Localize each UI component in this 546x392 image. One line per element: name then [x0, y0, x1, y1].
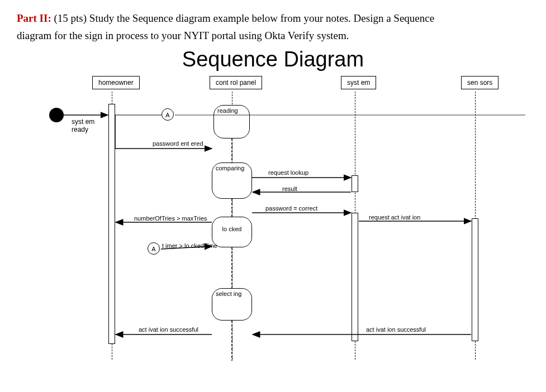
msg-password-entered: password ent ered	[153, 140, 203, 147]
msg-activation-successful-1: act ivat ion successful	[139, 326, 198, 333]
activation-homeowner	[108, 104, 115, 344]
connector-a-top: A	[162, 108, 174, 121]
state-selecting: select ing	[212, 288, 252, 321]
participant-controlpanel-label: cont rol panel	[216, 79, 256, 87]
msg-request-activation: request act ivat ion	[369, 214, 420, 221]
part-points: (15 pts)	[54, 12, 87, 24]
activation-sensors	[472, 218, 478, 341]
participant-controlpanel: cont rol panel	[210, 76, 262, 89]
msg-result: result	[282, 185, 297, 192]
msg-timer-locked: t imer > lo ckedTime	[162, 242, 217, 249]
participant-homeowner: homeowner	[92, 76, 140, 89]
part-label: Part II:	[17, 12, 51, 24]
system-ready-note: syst em ready	[72, 118, 94, 133]
start-node	[49, 108, 64, 122]
msg-request-lookup: request lookup	[268, 169, 308, 176]
activation-system-1	[352, 175, 358, 192]
sequence-diagram: homeowner cont rol panel syst em sen sor…	[17, 76, 529, 366]
state-reading: reading	[213, 105, 250, 138]
participant-system: syst em	[341, 76, 376, 89]
state-comparing: comparing	[212, 162, 252, 199]
participant-system-label: syst em	[347, 79, 370, 87]
state-locked: lo cked	[212, 217, 252, 247]
note-line2: ready	[72, 126, 88, 133]
note-line1: syst em	[72, 118, 94, 126]
connector-a-top-label: A	[165, 112, 169, 118]
participant-sensors-label: sen sors	[467, 79, 492, 87]
state-selecting-label: select ing	[216, 290, 241, 297]
connector-a-bottom-label: A	[151, 246, 155, 252]
state-comparing-label: comparing	[216, 165, 244, 171]
participant-homeowner-label: homeowner	[98, 79, 134, 87]
question-text: Part II: (15 pts) Study the Sequence dia…	[17, 11, 529, 26]
msg-password-correct: password = correct	[265, 205, 317, 212]
state-locked-label: lo cked	[222, 226, 242, 232]
connector-a-bottom: A	[148, 242, 160, 255]
question-line1: Study the Sequence diagram example below…	[89, 12, 434, 24]
msg-number-tries: numberOfTries > maxTries	[134, 215, 207, 222]
question-line2: diagram for the sign in process to your …	[17, 28, 529, 44]
diagram-title: Sequence Diagram	[17, 47, 529, 71]
state-reading-label: reading	[217, 107, 238, 114]
msg-activation-successful-2: act ivat ion successful	[366, 326, 426, 333]
participant-sensors: sen sors	[461, 76, 498, 89]
activation-system-2	[352, 213, 358, 341]
